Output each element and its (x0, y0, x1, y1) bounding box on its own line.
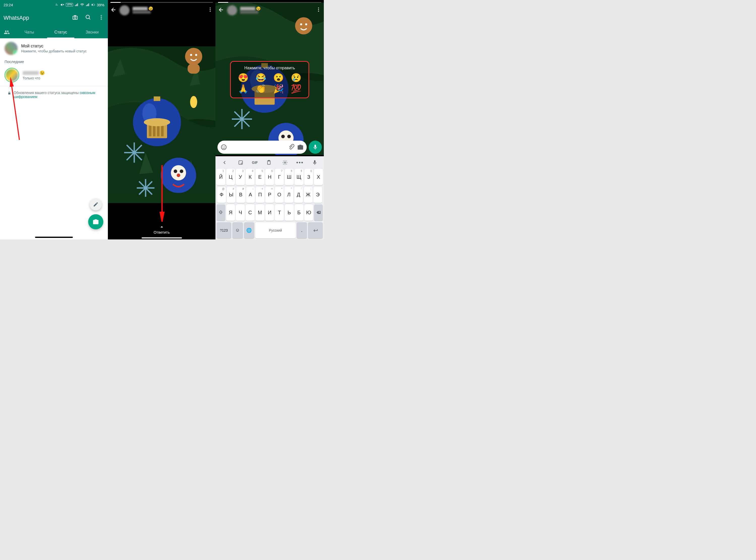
svg-point-16 (210, 11, 211, 12)
my-status-row[interactable]: + Мой статус Нажмите, чтобы добавить нов… (0, 38, 108, 58)
reaction-emoji[interactable]: 😍 (238, 73, 248, 82)
key[interactable]: 2Ц (226, 169, 235, 185)
tab-calls[interactable]: Звонки (76, 26, 108, 38)
reaction-emoji[interactable]: 😮 (273, 73, 284, 82)
christmas-tree-image (108, 46, 216, 203)
key[interactable]: 0З (304, 169, 313, 185)
attach-icon[interactable] (288, 144, 294, 151)
more-menu-button[interactable] (98, 14, 104, 21)
gif-button[interactable]: GIF (252, 161, 258, 164)
my-status-title: Мой статус (21, 44, 87, 48)
signal-icon (75, 3, 79, 7)
kbd-more-icon[interactable]: ••• (297, 159, 304, 166)
emoji-icon[interactable] (221, 144, 227, 151)
key[interactable]: 1Й (217, 169, 225, 185)
space-key[interactable]: Русский (255, 222, 295, 239)
svg-point-30 (180, 169, 183, 173)
key[interactable]: 5Е (256, 169, 264, 185)
key[interactable]: "Л (285, 187, 293, 203)
reaction-emoji[interactable]: 🎉 (273, 84, 284, 93)
contact-name: 😉 (240, 6, 261, 14)
key[interactable]: *О (275, 187, 284, 203)
svg-line-9 (89, 18, 90, 19)
settings-icon[interactable] (280, 160, 290, 165)
key[interactable]: Э (313, 187, 322, 203)
reaction-emoji[interactable]: 😢 (291, 73, 301, 82)
tab-status[interactable]: Статус (45, 26, 77, 38)
app-title: WhatsApp (3, 15, 29, 21)
key[interactable]: 6Н (265, 169, 274, 185)
reaction-emoji[interactable]: 💯 (291, 84, 301, 93)
message-input[interactable] (218, 141, 307, 154)
key[interactable]: М (256, 204, 264, 221)
backspace-key[interactable] (314, 204, 323, 221)
recent-status-row[interactable]: 😉 Только что (0, 66, 108, 86)
camera-button[interactable] (72, 14, 78, 21)
key[interactable]: @Ф (217, 187, 226, 203)
key[interactable]: Ч (236, 204, 245, 221)
status-time: Только что (23, 76, 45, 80)
nav-pill (35, 237, 73, 238)
svg-rect-26 (154, 97, 160, 101)
tab-chats[interactable]: Чаты (14, 26, 45, 38)
svg-rect-5 (95, 4, 95, 5)
reaction-row-1: 😍😂😮😢 (234, 73, 305, 82)
key[interactable]: 8Ш (285, 169, 293, 185)
svg-rect-4 (92, 4, 93, 5)
encryption-notice: Обновления вашего статуса защищены сквоз… (0, 86, 108, 103)
key[interactable]: 7Г (275, 169, 284, 185)
svg-point-29 (173, 169, 177, 173)
key[interactable]: Ю (304, 204, 313, 221)
status-photo[interactable] (108, 46, 216, 203)
key[interactable]: Т (275, 204, 284, 221)
key[interactable]: И (265, 204, 274, 221)
key[interactable]: #Ы (227, 187, 236, 203)
voice-message-button[interactable] (309, 141, 322, 154)
avatar: + (4, 42, 18, 55)
tab-communities[interactable] (0, 26, 14, 38)
language-key[interactable]: 🌐 (244, 222, 254, 239)
key[interactable]: 4К (246, 169, 254, 185)
kbd-back-icon[interactable] (220, 160, 229, 165)
key[interactable]: С (246, 204, 254, 221)
more-menu-button[interactable] (316, 7, 321, 14)
numeric-key[interactable]: ?123 (217, 222, 231, 239)
status-ring (4, 68, 19, 82)
key[interactable]: 'Д (294, 187, 303, 203)
key[interactable]: =Р (265, 187, 274, 203)
key[interactable]: Ь (285, 204, 293, 221)
write-status-button[interactable] (90, 198, 102, 211)
reaction-emoji[interactable]: 😂 (256, 73, 266, 82)
key[interactable]: 3У (236, 169, 245, 185)
key[interactable]: ₽В (237, 187, 245, 203)
mic-icon[interactable] (310, 160, 320, 165)
back-button[interactable] (110, 7, 117, 14)
reply-hint[interactable]: Ответить (108, 224, 216, 234)
svg-point-10 (101, 15, 102, 16)
period-key[interactable]: . (297, 222, 307, 239)
battery-percent: 39% (97, 3, 104, 7)
emoji-key[interactable]: ☺ (232, 222, 243, 239)
clipboard-icon[interactable] (264, 160, 274, 165)
key[interactable]: 9Щ (294, 169, 303, 185)
camera-icon[interactable] (297, 144, 304, 151)
keyboard-toolbar: GIF ••• (216, 156, 324, 169)
key[interactable]: Б (294, 204, 303, 221)
reaction-emoji[interactable]: 👏 (256, 84, 266, 93)
search-button[interactable] (85, 14, 91, 21)
svg-rect-21 (149, 125, 151, 136)
shift-key[interactable] (217, 204, 225, 221)
status-view-screen: 😉 (108, 0, 216, 239)
key[interactable]: +П (256, 187, 264, 203)
enter-key[interactable] (308, 222, 323, 239)
key[interactable]: :Ж (304, 187, 312, 203)
key[interactable]: -А (246, 187, 255, 203)
camera-status-button[interactable] (88, 214, 103, 229)
key[interactable]: Х (314, 169, 323, 185)
sticker-icon[interactable] (236, 160, 246, 165)
reaction-emoji[interactable]: 🙏 (238, 84, 248, 93)
key[interactable]: Я (226, 204, 235, 221)
more-menu-button[interactable] (207, 7, 213, 14)
back-button[interactable] (218, 7, 224, 14)
svg-point-15 (210, 9, 211, 10)
